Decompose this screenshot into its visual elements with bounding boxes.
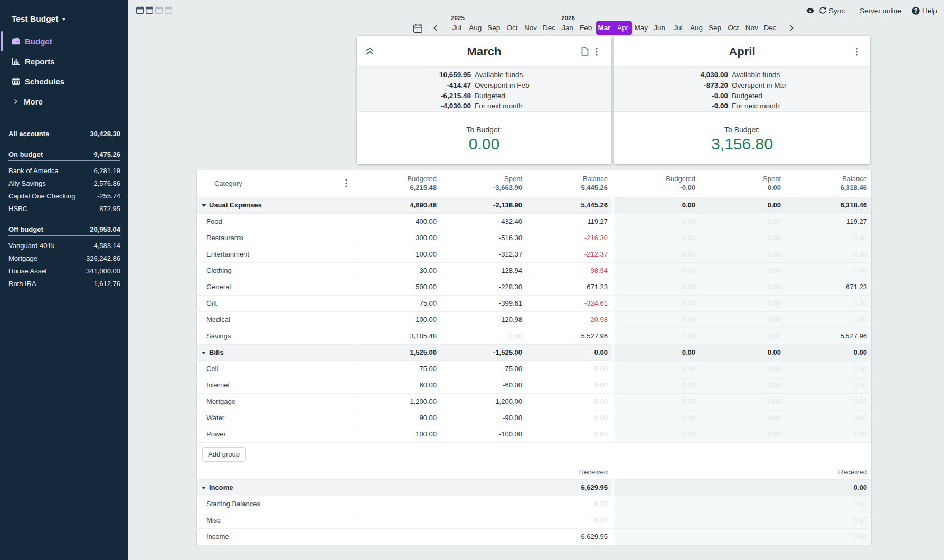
svg-text:?: ? [914,8,917,14]
